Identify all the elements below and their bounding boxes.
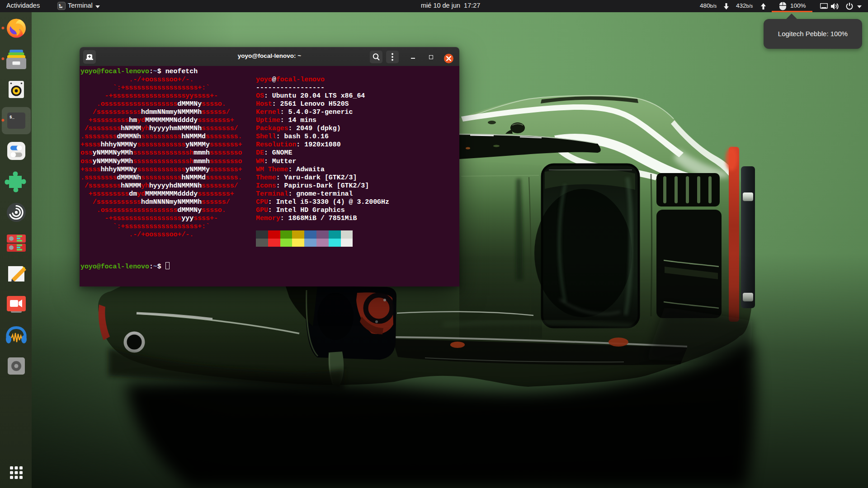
svg-text:$_: $_	[59, 4, 63, 7]
svg-text:$_: $_	[9, 115, 14, 120]
